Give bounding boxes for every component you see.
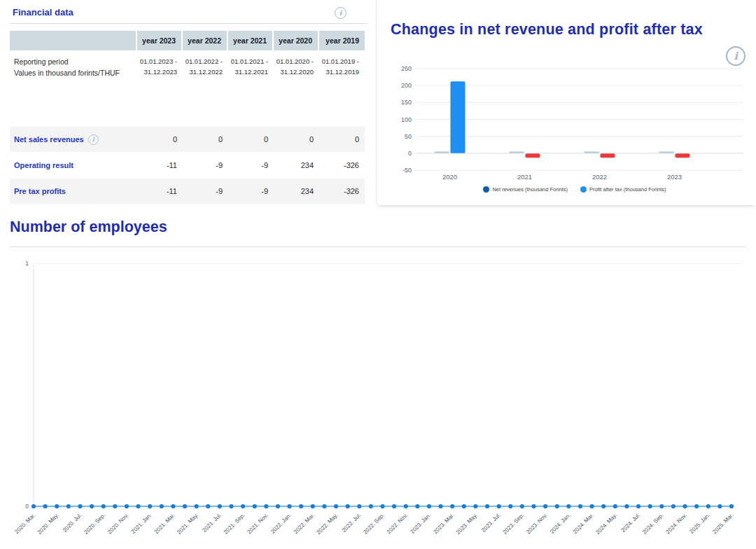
employee-data-point	[497, 504, 501, 508]
employee-data-point	[648, 504, 652, 508]
svg-text:150: 150	[401, 99, 412, 106]
svg-text:2022. Sep.: 2022. Sep.	[362, 512, 386, 536]
info-icon[interactable]: i	[88, 134, 99, 145]
svg-text:2020. Mar.: 2020. Mar.	[13, 512, 36, 535]
employee-data-point	[636, 504, 640, 508]
reporting-period-value: 01.01.2022 -31.12.2022	[183, 50, 228, 84]
svg-text:2020. May.: 2020. May.	[36, 512, 60, 536]
employee-data-point	[624, 504, 629, 508]
profit-after-tax-bar	[601, 153, 615, 158]
employee-data-point	[253, 504, 257, 508]
table-row: Net sales revenuesi00000	[10, 127, 365, 153]
svg-text:2024. Jan.: 2024. Jan.	[549, 512, 572, 535]
net-revenues-bar	[584, 151, 599, 153]
reporting-period-row: Reporting periodValues in thousand forin…	[10, 50, 365, 84]
table-value-cell: 234	[274, 153, 319, 178]
financial-data-panel: Financial data i year 2023year 2022year …	[0, 0, 376, 210]
table-value-cell: -326	[319, 179, 365, 204]
table-value-cell: -9	[228, 153, 274, 178]
svg-text:2024. Jul.: 2024. Jul.	[620, 512, 642, 534]
revenue-profit-card: Changes in net revenue and profit after …	[376, 0, 756, 205]
reporting-period-label: Reporting periodValues in thousand forin…	[10, 50, 137, 84]
employee-data-point	[462, 504, 466, 508]
svg-text:2023. Jan.: 2023. Jan.	[410, 512, 433, 535]
employee-data-point	[229, 504, 233, 508]
employee-data-point	[311, 504, 315, 508]
employee-data-point	[718, 504, 722, 508]
employee-data-point	[218, 504, 222, 508]
employee-data-point	[357, 504, 361, 508]
table-value-cell: 0	[137, 127, 183, 152]
row-label: Pre tax profits	[10, 179, 137, 204]
table-value-cell: -11	[137, 153, 183, 178]
table-header-cell: year 2022	[183, 31, 228, 50]
svg-text:2022: 2022	[592, 173, 607, 181]
svg-text:2022. Mar.: 2022. Mar.	[293, 512, 316, 535]
svg-text:2023. May.: 2023. May.	[455, 512, 479, 536]
employee-data-point	[334, 504, 338, 508]
employee-data-point	[531, 504, 536, 508]
table-value-cell: -9	[228, 179, 274, 204]
table-value-cell: -326	[319, 153, 365, 178]
reporting-period-value: 01.01.2021 -31.12.2021	[228, 50, 274, 84]
svg-text:2023. Jul.: 2023. Jul.	[480, 512, 502, 534]
svg-text:2020. Nov.: 2020. Nov.	[106, 512, 130, 535]
employee-data-point	[508, 504, 512, 508]
employee-data-point	[206, 504, 210, 508]
employee-data-point	[694, 504, 699, 508]
revenue-profit-bar-chart: 250200150100500-502020202120222023	[377, 0, 756, 183]
svg-text:2022. Jul.: 2022. Jul.	[341, 512, 363, 534]
info-icon[interactable]: i	[335, 7, 346, 19]
svg-text:0: 0	[408, 150, 412, 157]
svg-text:2022. Nov.: 2022. Nov.	[386, 512, 409, 535]
employee-data-point	[78, 504, 82, 508]
employee-data-point	[438, 504, 442, 508]
svg-text:2020: 2020	[442, 173, 457, 181]
employee-data-point	[264, 504, 268, 508]
financial-data-title: Financial data	[13, 7, 74, 18]
employee-data-point	[473, 504, 477, 508]
table-row: Operating result-11-9-9234-326	[10, 153, 365, 179]
table-value-cell: 0	[183, 127, 228, 152]
employee-data-point	[682, 504, 687, 508]
svg-text:2021. Jan.: 2021. Jan.	[130, 512, 153, 535]
employee-data-point	[90, 504, 94, 508]
employee-data-point	[31, 504, 36, 508]
employee-data-point	[520, 504, 524, 508]
employee-data-point	[659, 504, 664, 508]
svg-text:250: 250	[401, 65, 412, 72]
employee-data-point	[276, 504, 280, 508]
table-value-cell: -9	[183, 153, 228, 178]
svg-text:2022. May.: 2022. May.	[316, 512, 340, 536]
employee-data-point	[171, 504, 175, 508]
legend-item: Net revenues (thousand Forints)	[483, 186, 568, 193]
employee-data-point	[241, 504, 245, 508]
employee-data-point	[392, 504, 396, 508]
employee-data-point	[706, 504, 710, 508]
svg-text:2023. Mar.: 2023. Mar.	[433, 512, 456, 535]
employee-data-point	[566, 504, 570, 508]
svg-text:2021. Nov.: 2021. Nov.	[246, 512, 269, 535]
employee-data-point	[287, 504, 291, 508]
employees-line-chart: 102020. Mar.2020. May.2020. Jul.2020. Se…	[0, 249, 756, 549]
employee-data-point	[485, 504, 489, 508]
employee-data-point	[66, 504, 71, 508]
employee-data-point	[148, 504, 152, 508]
table-header-cell: year 2021	[228, 31, 274, 50]
svg-text:100: 100	[401, 116, 412, 123]
svg-text:2022. Jan.: 2022. Jan.	[270, 512, 293, 535]
table-header-cell: year 2020	[274, 31, 319, 50]
svg-text:2024. Mar.: 2024. Mar.	[572, 512, 595, 535]
employees-chart-title: Number of employees	[10, 218, 167, 236]
svg-text:2021. Sep.: 2021. Sep.	[223, 512, 246, 536]
svg-text:2021. Mar.: 2021. Mar.	[153, 512, 176, 535]
svg-text:2020. Jul.: 2020. Jul.	[62, 512, 83, 534]
employee-data-point	[113, 504, 117, 508]
profit-after-tax-bar	[526, 153, 540, 158]
svg-text:1: 1	[25, 260, 29, 267]
svg-text:2024. Sep.: 2024. Sep.	[641, 512, 665, 536]
table-value-cell: 0	[274, 127, 319, 152]
employee-data-point	[183, 504, 187, 508]
svg-text:2021. Jul.: 2021. Jul.	[201, 512, 223, 534]
net-revenues-bar	[435, 151, 449, 153]
